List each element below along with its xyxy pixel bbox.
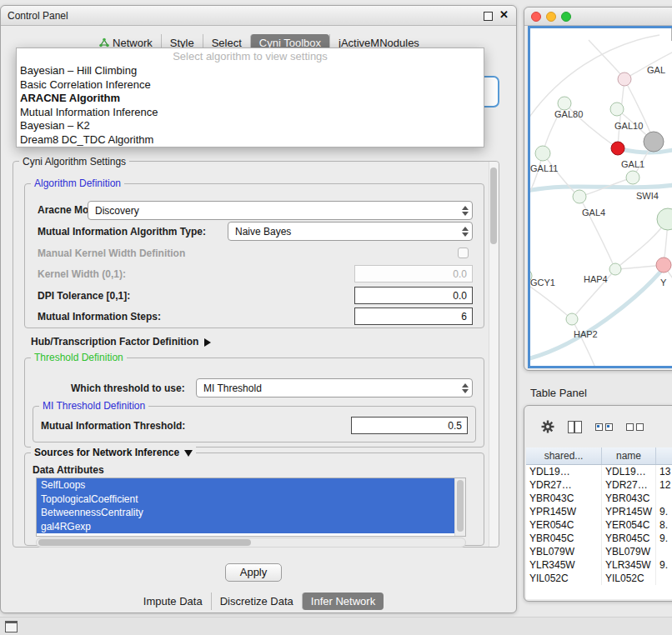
network-node[interactable]: [535, 146, 550, 161]
table-cell[interactable]: YLR345W: [526, 558, 602, 572]
network-node[interactable]: [657, 208, 672, 230]
mi-threshold-field[interactable]: 0.5: [351, 417, 468, 434]
control-panel-titlebar[interactable]: Control Panel ✕: [1, 6, 516, 26]
table-cell[interactable]: YER054C: [602, 518, 656, 532]
gear-icon[interactable]: [541, 420, 554, 433]
float-panel-icon[interactable]: [484, 12, 493, 21]
column-header-name[interactable]: name: [602, 448, 656, 465]
tab-infer-network[interactable]: Infer Network: [302, 592, 384, 610]
table-cell[interactable]: YPR145W: [602, 505, 656, 518]
table-row[interactable]: YDL19…YDL19…13: [526, 465, 672, 479]
column-header-shared-name[interactable]: shared...: [526, 448, 602, 465]
network-node[interactable]: [644, 132, 664, 152]
table-cell[interactable]: [656, 572, 672, 585]
algorithm-option[interactable]: Bayesian – K2: [17, 119, 484, 133]
network-node[interactable]: [626, 171, 639, 184]
columns-icon[interactable]: [568, 421, 582, 433]
restore-panel-icon[interactable]: [5, 621, 18, 632]
table-cell[interactable]: YBL079W: [602, 545, 656, 558]
table-cell[interactable]: [656, 545, 672, 558]
tab-discretize-data[interactable]: Discretize Data: [211, 592, 302, 610]
table-panel-window: shared... name YDL19…YDL19…13YDR27…YDR27…: [524, 405, 672, 602]
list-hscrollbar-track[interactable]: [36, 538, 466, 548]
data-attribute-item[interactable]: TopologicalCoefficient: [37, 492, 454, 507]
table-cell[interactable]: 12: [656, 478, 672, 492]
dpi-tolerance-field[interactable]: 0.0: [354, 287, 473, 304]
network-node[interactable]: [618, 72, 631, 86]
algorithm-option[interactable]: Basic Correlation Inference: [17, 78, 484, 92]
table-row[interactable]: YER054CYER054C8.: [526, 518, 672, 532]
network-node[interactable]: [573, 190, 586, 203]
table-cell[interactable]: 13: [656, 465, 672, 479]
table-cell[interactable]: YIL052C: [526, 572, 602, 585]
algorithm-option[interactable]: Dream8 DC_TDC Algorithm: [17, 133, 484, 148]
algorithm-definition-title: Algorithm Definition: [31, 178, 124, 189]
tab-label: Discretize Data: [220, 595, 293, 608]
table-cell[interactable]: YBR045C: [602, 532, 656, 545]
table-row[interactable]: YPR145WYPR145W9.: [526, 505, 672, 518]
table-row[interactable]: YBL079WYBL079W: [526, 545, 672, 558]
data-attribute-item[interactable]: SelfLoops: [37, 478, 454, 492]
mi-type-select[interactable]: Naive Bayes: [228, 222, 473, 241]
table-cell[interactable]: YDR27…: [602, 478, 656, 492]
manual-kernel-checkbox[interactable]: [458, 248, 469, 258]
close-window-icon[interactable]: [531, 12, 541, 22]
network-node[interactable]: [610, 102, 624, 116]
list-scrollbar-thumb[interactable]: [457, 480, 464, 532]
table-row[interactable]: YDR27…YDR27…12: [526, 478, 672, 492]
list-scrollbar-track[interactable]: [454, 478, 465, 536]
mi-threshold-group-title: MI Threshold Definition: [39, 400, 148, 412]
network-window-titlebar[interactable]: [524, 8, 672, 26]
table-panel-title: Table Panel: [530, 387, 587, 399]
hub-section-toggle[interactable]: Hub/Transcription Factor Definition: [31, 336, 211, 348]
table-row[interactable]: YBR043CYBR043C: [526, 492, 672, 505]
kernel-width-field[interactable]: 0.0: [354, 265, 473, 282]
close-panel-icon[interactable]: ✕: [499, 8, 509, 21]
zoom-window-icon[interactable]: [561, 12, 571, 22]
table-cell[interactable]: YBR043C: [526, 492, 602, 505]
network-edge: [530, 153, 543, 207]
algorithm-option[interactable]: Bayesian – Hill Climbing: [17, 64, 484, 78]
network-node[interactable]: [558, 97, 571, 110]
settings-scrollbar-thumb[interactable]: [490, 168, 497, 244]
table-cell[interactable]: [656, 492, 672, 505]
table-cell[interactable]: YBL079W: [526, 545, 602, 558]
table-row[interactable]: YLR345WYLR345W9.: [526, 558, 672, 572]
table-cell[interactable]: YDL19…: [602, 465, 656, 479]
algorithm-option[interactable]: Mutual Information Inference: [17, 106, 484, 120]
table-row[interactable]: YBR045CYBR045C9.: [526, 532, 672, 545]
minimize-window-icon[interactable]: [546, 12, 556, 22]
apply-button[interactable]: Apply: [225, 563, 282, 582]
select-all-icon[interactable]: [595, 423, 613, 431]
table-cell[interactable]: 9.: [656, 558, 672, 572]
table-cell[interactable]: YBR043C: [602, 492, 656, 505]
table-cell[interactable]: 9.: [656, 532, 672, 545]
table-cell[interactable]: 8.: [656, 518, 672, 532]
table-cell[interactable]: YLR345W: [602, 558, 656, 572]
network-node[interactable]: [611, 142, 624, 155]
table-cell[interactable]: YBR045C: [526, 532, 602, 545]
algorithm-option[interactable]: ARACNE Algorithm: [17, 92, 484, 106]
table-cell[interactable]: YDR27…: [526, 478, 602, 492]
table-cell[interactable]: YER054C: [526, 518, 602, 532]
network-canvas[interactable]: GALGAL80GAL10GAL11GAL1SWI4GAL4GCY1HAP4YH…: [528, 26, 672, 368]
table-cell[interactable]: 9.: [656, 505, 672, 518]
network-node[interactable]: [566, 313, 578, 325]
tab-impute-data[interactable]: Impute Data: [135, 592, 211, 610]
table-cell[interactable]: YPR145W: [526, 505, 602, 518]
table-cell[interactable]: YDL19…: [526, 465, 602, 479]
column-header-extra[interactable]: [656, 448, 672, 465]
list-hscrollbar-thumb[interactable]: [38, 539, 251, 546]
network-node[interactable]: [609, 263, 621, 275]
network-node[interactable]: [656, 258, 671, 272]
which-threshold-select[interactable]: MI Threshold: [196, 378, 473, 398]
data-attribute-item[interactable]: gal4RGexp: [37, 520, 454, 534]
deselect-all-icon[interactable]: [626, 423, 644, 431]
table-row[interactable]: YIL052CYIL052C: [526, 572, 672, 585]
sources-group-title[interactable]: Sources for Network Inference: [31, 447, 196, 458]
table-cell[interactable]: YIL052C: [602, 572, 656, 585]
network-svg: GALGAL80GAL10GAL11GAL1SWI4GAL4GCY1HAP4YH…: [530, 28, 672, 366]
data-attribute-item[interactable]: BetweennessCentrality: [37, 506, 454, 520]
mi-steps-field[interactable]: 6: [354, 308, 473, 325]
aracne-mode-select[interactable]: Discovery: [88, 201, 473, 220]
